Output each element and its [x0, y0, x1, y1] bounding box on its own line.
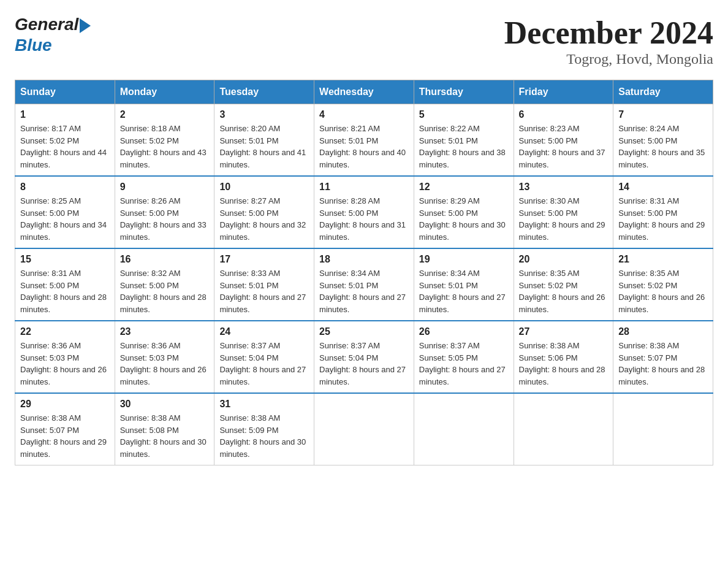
sunset-label: Sunset: 5:00 PM: [20, 281, 79, 290]
daylight-label: Daylight: 8 hours and 30 minutes.: [120, 437, 207, 459]
sunrise-label: Sunrise: 8:38 AM: [519, 341, 580, 350]
day-info: Sunrise: 8:25 AM Sunset: 5:00 PM Dayligh…: [20, 195, 110, 243]
calendar-header-row: Sunday Monday Tuesday Wednesday Thursday…: [15, 80, 713, 104]
day-info: Sunrise: 8:22 AM Sunset: 5:01 PM Dayligh…: [419, 123, 509, 170]
daylight-label: Daylight: 8 hours and 26 minutes.: [120, 365, 207, 386]
day-number: 2: [120, 109, 210, 120]
table-row: 22 Sunrise: 8:36 AM Sunset: 5:03 PM Dayl…: [15, 321, 115, 393]
day-number: 27: [519, 326, 609, 337]
table-row: 20 Sunrise: 8:35 AM Sunset: 5:02 PM Dayl…: [514, 248, 613, 321]
day-number: 30: [120, 399, 210, 410]
day-number: 14: [618, 182, 708, 193]
table-row: 1 Sunrise: 8:17 AM Sunset: 5:02 PM Dayli…: [15, 104, 115, 177]
logo: General Blue: [15, 15, 91, 55]
day-info: Sunrise: 8:28 AM Sunset: 5:00 PM Dayligh…: [319, 195, 409, 243]
daylight-label: Daylight: 8 hours and 38 minutes.: [419, 148, 506, 169]
sunset-label: Sunset: 5:02 PM: [20, 136, 79, 145]
day-info: Sunrise: 8:29 AM Sunset: 5:00 PM Dayligh…: [419, 195, 509, 243]
day-info: Sunrise: 8:37 AM Sunset: 5:05 PM Dayligh…: [419, 340, 509, 388]
calendar-title: December 2024: [504, 15, 713, 51]
sunset-label: Sunset: 5:04 PM: [219, 353, 278, 362]
sunset-label: Sunset: 5:01 PM: [219, 281, 278, 290]
sunrise-label: Sunrise: 8:37 AM: [219, 341, 280, 350]
table-row: 17 Sunrise: 8:33 AM Sunset: 5:01 PM Dayl…: [214, 248, 314, 321]
daylight-label: Daylight: 8 hours and 26 minutes.: [618, 293, 705, 314]
calendar-week-row: 29 Sunrise: 8:38 AM Sunset: 5:07 PM Dayl…: [15, 393, 713, 465]
sunrise-label: Sunrise: 8:27 AM: [219, 196, 280, 205]
day-number: 20: [519, 254, 609, 265]
sunrise-label: Sunrise: 8:23 AM: [519, 124, 580, 133]
table-row: 28 Sunrise: 8:38 AM Sunset: 5:07 PM Dayl…: [613, 321, 713, 393]
day-number: 22: [20, 326, 110, 337]
sunrise-label: Sunrise: 8:34 AM: [419, 269, 480, 278]
sunset-label: Sunset: 5:08 PM: [120, 426, 179, 435]
day-number: 10: [219, 182, 309, 193]
daylight-label: Daylight: 8 hours and 34 minutes.: [20, 220, 107, 242]
col-sunday: Sunday: [15, 80, 115, 104]
sunset-label: Sunset: 5:01 PM: [419, 281, 478, 290]
sunrise-label: Sunrise: 8:38 AM: [120, 413, 181, 423]
sunrise-label: Sunrise: 8:38 AM: [219, 413, 280, 423]
sunset-label: Sunset: 5:02 PM: [519, 281, 578, 290]
table-row: 14 Sunrise: 8:31 AM Sunset: 5:00 PM Dayl…: [613, 176, 713, 248]
day-info: Sunrise: 8:37 AM Sunset: 5:04 PM Dayligh…: [219, 340, 309, 388]
calendar-week-row: 22 Sunrise: 8:36 AM Sunset: 5:03 PM Dayl…: [15, 321, 713, 393]
day-number: 21: [618, 254, 708, 265]
calendar-week-row: 8 Sunrise: 8:25 AM Sunset: 5:00 PM Dayli…: [15, 176, 713, 248]
sunrise-label: Sunrise: 8:32 AM: [120, 269, 181, 278]
logo-blue-text: Blue: [15, 36, 91, 55]
col-friday: Friday: [514, 80, 613, 104]
day-info: Sunrise: 8:36 AM Sunset: 5:03 PM Dayligh…: [20, 340, 110, 388]
sunrise-label: Sunrise: 8:18 AM: [120, 124, 181, 133]
sunrise-label: Sunrise: 8:28 AM: [319, 196, 380, 205]
day-info: Sunrise: 8:36 AM Sunset: 5:03 PM Dayligh…: [120, 340, 210, 388]
table-row: 27 Sunrise: 8:38 AM Sunset: 5:06 PM Dayl…: [514, 321, 613, 393]
sunrise-label: Sunrise: 8:35 AM: [519, 269, 580, 278]
daylight-label: Daylight: 8 hours and 33 minutes.: [120, 220, 207, 242]
title-block: December 2024 Togrog, Hovd, Mongolia: [504, 15, 713, 67]
day-number: 7: [618, 109, 708, 120]
sunset-label: Sunset: 5:00 PM: [219, 209, 278, 218]
daylight-label: Daylight: 8 hours and 26 minutes.: [519, 293, 605, 314]
table-row: 19 Sunrise: 8:34 AM Sunset: 5:01 PM Dayl…: [414, 248, 514, 321]
table-row: 4 Sunrise: 8:21 AM Sunset: 5:01 PM Dayli…: [314, 104, 414, 177]
daylight-label: Daylight: 8 hours and 28 minutes.: [120, 293, 207, 314]
daylight-label: Daylight: 8 hours and 27 minutes.: [419, 293, 506, 314]
table-row: [613, 393, 713, 465]
daylight-label: Daylight: 8 hours and 32 minutes.: [219, 220, 306, 242]
day-info: Sunrise: 8:37 AM Sunset: 5:04 PM Dayligh…: [319, 340, 409, 388]
daylight-label: Daylight: 8 hours and 28 minutes.: [618, 365, 705, 386]
sunset-label: Sunset: 5:00 PM: [319, 209, 378, 218]
calendar-subtitle: Togrog, Hovd, Mongolia: [504, 51, 713, 67]
table-row: 26 Sunrise: 8:37 AM Sunset: 5:05 PM Dayl…: [414, 321, 514, 393]
col-saturday: Saturday: [613, 80, 713, 104]
sunset-label: Sunset: 5:02 PM: [618, 281, 677, 290]
sunset-label: Sunset: 5:03 PM: [20, 353, 79, 362]
sunset-label: Sunset: 5:01 PM: [319, 136, 378, 145]
day-info: Sunrise: 8:31 AM Sunset: 5:00 PM Dayligh…: [618, 195, 708, 243]
logo-triangle-icon: [80, 18, 91, 33]
sunset-label: Sunset: 5:00 PM: [519, 136, 578, 145]
table-row: 2 Sunrise: 8:18 AM Sunset: 5:02 PM Dayli…: [115, 104, 214, 177]
day-info: Sunrise: 8:26 AM Sunset: 5:00 PM Dayligh…: [120, 195, 210, 243]
day-info: Sunrise: 8:31 AM Sunset: 5:00 PM Dayligh…: [20, 267, 110, 315]
sunrise-label: Sunrise: 8:35 AM: [618, 269, 679, 278]
logo-general-text: General: [15, 15, 78, 34]
daylight-label: Daylight: 8 hours and 41 minutes.: [219, 148, 306, 169]
day-number: 12: [419, 182, 509, 193]
page-header: General Blue December 2024 Togrog, Hovd,…: [15, 15, 713, 67]
daylight-label: Daylight: 8 hours and 27 minutes.: [219, 293, 306, 314]
day-info: Sunrise: 8:38 AM Sunset: 5:09 PM Dayligh…: [219, 412, 309, 460]
table-row: 5 Sunrise: 8:22 AM Sunset: 5:01 PM Dayli…: [414, 104, 514, 177]
daylight-label: Daylight: 8 hours and 30 minutes.: [419, 220, 506, 242]
sunset-label: Sunset: 5:00 PM: [120, 281, 179, 290]
day-number: 25: [319, 326, 409, 337]
table-row: 31 Sunrise: 8:38 AM Sunset: 5:09 PM Dayl…: [214, 393, 314, 465]
sunset-label: Sunset: 5:07 PM: [618, 353, 677, 362]
sunrise-label: Sunrise: 8:24 AM: [618, 124, 679, 133]
sunset-label: Sunset: 5:01 PM: [319, 281, 378, 290]
daylight-label: Daylight: 8 hours and 29 minutes.: [20, 437, 107, 459]
daylight-label: Daylight: 8 hours and 28 minutes.: [20, 293, 107, 314]
day-number: 17: [219, 254, 309, 265]
calendar-table: Sunday Monday Tuesday Wednesday Thursday…: [15, 80, 713, 465]
